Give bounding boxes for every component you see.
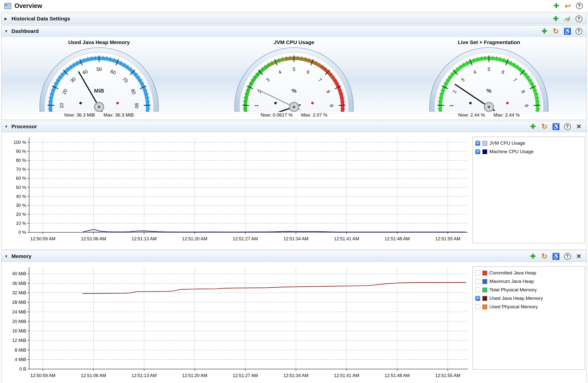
gauge-now-value: Now: 0.0617 % [261, 112, 293, 118]
help-button[interactable]: ? [563, 252, 572, 261]
series-color-swatch [482, 288, 487, 292]
svg-text:12:50:59 AM: 12:50:59 AM [30, 373, 56, 378]
legend-item[interactable]: ✓Machine CPU Usage [475, 147, 582, 156]
svg-text:12:51:13 AM: 12:51:13 AM [131, 236, 157, 241]
dashboard-section-title: Dashboard [11, 28, 39, 34]
overview-icon [4, 2, 11, 10]
close-icon[interactable]: × [574, 252, 584, 261]
historical-section-header[interactable]: ▶ Historical Data Settings ✚ ? [1, 13, 587, 24]
svg-text:50 %: 50 % [16, 185, 26, 190]
svg-text:40 %: 40 % [16, 194, 26, 199]
svg-text:90 %: 90 % [16, 149, 26, 154]
series-color-swatch [482, 149, 487, 154]
add-chart-button[interactable]: ✚ [552, 1, 561, 11]
chart-plot: 0 B4 MiB8 MiB12 MiB16 MiB20 MiB24 MiB28 … [3, 264, 471, 383]
collapse-triangle-icon[interactable]: ▼ [4, 29, 11, 33]
close-icon[interactable]: × [574, 122, 584, 131]
checked-checkbox-icon[interactable]: ✓ [475, 149, 480, 154]
accessibility-icon[interactable]: ♿ [563, 26, 572, 36]
gauge-readout: Now: 2.44 %Max: 2.44 % [458, 112, 520, 118]
svg-text:12:51:48 AM: 12:51:48 AM [385, 236, 410, 241]
collapse-triangle-icon[interactable]: ▼ [4, 125, 11, 128]
unchecked-checkbox-icon[interactable] [475, 270, 480, 275]
svg-text:12:51:06 AM: 12:51:06 AM [81, 373, 106, 378]
svg-text:5: 5 [293, 66, 295, 72]
gauge-readout: Now: 0.0617 %Max: 2.07 % [261, 112, 327, 118]
legend-item[interactable]: Total Physical Memory [475, 286, 582, 294]
svg-text:0 B: 0 B [19, 367, 26, 372]
memory-chart-area: 0 B4 MiB8 MiB12 MiB16 MiB20 MiB24 MiB28 … [1, 262, 587, 383]
processor-legend: ✓JVM CPU Usage✓Machine CPU Usage [472, 137, 585, 243]
unchecked-checkbox-icon[interactable] [475, 287, 480, 292]
svg-text:%: % [292, 88, 296, 94]
legend-label: JVM CPU Usage [489, 140, 525, 146]
add-gauge-button[interactable]: ✚ [540, 26, 549, 36]
gauge-max-value: Max: 2.07 % [301, 112, 328, 118]
svg-text:10 %: 10 % [16, 221, 26, 226]
processor-section-header[interactable]: ▼ Processor ✚ ↻ ♿ ? × [1, 121, 587, 132]
legend-item[interactable]: ✓Used Java Heap Memory [475, 294, 582, 303]
svg-text:20 MiB: 20 MiB [12, 319, 26, 324]
svg-text:40 MiB: 40 MiB [12, 271, 26, 276]
legend-item[interactable]: Used Physical Memory [475, 303, 582, 311]
legend-item[interactable]: Maximum Java Heap [475, 277, 582, 286]
gauge-title: JVM CPU Usage [274, 39, 314, 45]
checked-checkbox-icon[interactable]: ✓ [475, 296, 480, 301]
unchecked-checkbox-icon[interactable] [475, 304, 480, 309]
svg-text:70 %: 70 % [16, 167, 26, 172]
add-attribute-button[interactable]: ✚ [551, 14, 561, 23]
svg-text:80 %: 80 % [16, 158, 26, 163]
expand-triangle-icon[interactable]: ▶ [4, 17, 11, 21]
gauge-max-value: Max: 2.44 % [493, 112, 520, 118]
svg-text:0 %: 0 % [18, 230, 26, 235]
help-button[interactable]: ? [575, 1, 584, 11]
svg-text:12:51:55 AM: 12:51:55 AM [435, 373, 460, 378]
dashboard-section-header[interactable]: ▼ Dashboard ✚ ↻ ♿ ? [1, 26, 587, 37]
series-color-swatch [482, 296, 487, 301]
gauge-svg: 0102030405060708090100MiB [24, 45, 174, 112]
collapse-triangle-icon[interactable]: ▼ [4, 254, 11, 258]
svg-text:MiB: MiB [94, 88, 104, 94]
legend-item[interactable]: ✓JVM CPU Usage [475, 139, 582, 147]
series-color-swatch [482, 271, 487, 275]
svg-text:12:51:34 AM: 12:51:34 AM [283, 236, 308, 241]
cpu-gauge-dial: 012345678910% [219, 45, 369, 112]
reset-to-default-button[interactable]: ↩ [563, 1, 573, 11]
svg-text:12:50:59 AM: 12:50:59 AM [30, 236, 56, 241]
memory-section-header[interactable]: ▼ Memory ✚ ↻ ♿ ? × [1, 251, 587, 262]
chart-settings-icon[interactable] [563, 14, 572, 23]
legend-item[interactable]: Committed Java Heap [475, 269, 582, 277]
unchecked-checkbox-icon[interactable] [475, 279, 480, 284]
help-icon: ? [576, 28, 582, 35]
svg-text:4 MiB: 4 MiB [15, 357, 26, 362]
svg-text:12:51:41 AM: 12:51:41 AM [334, 236, 359, 241]
refresh-icon[interactable]: ↻ [540, 122, 549, 131]
accessibility-icon[interactable]: ♿ [551, 252, 561, 261]
processor-section: ▼ Processor ✚ ↻ ♿ ? × 0 %10 %20 %30 %40 … [1, 121, 587, 250]
help-button[interactable]: ? [574, 14, 584, 23]
accessibility-icon[interactable]: ♿ [551, 122, 561, 131]
help-button[interactable]: ? [574, 26, 584, 36]
add-attribute-button[interactable]: ✚ [528, 252, 538, 261]
legend-label: Total Physical Memory [489, 287, 537, 293]
svg-text:%: % [486, 88, 491, 94]
svg-text:50: 50 [96, 66, 102, 72]
legend-label: Maximum Java Heap [489, 279, 534, 284]
svg-text:12:51:48 AM: 12:51:48 AM [385, 373, 410, 378]
memory-section: ▼ Memory ✚ ↻ ♿ ? × 0 B4 MiB8 MiB12 MiB16… [1, 251, 587, 383]
help-icon: ? [576, 2, 583, 9]
refresh-icon[interactable]: ↻ [540, 252, 549, 261]
refresh-icon[interactable]: ↻ [551, 26, 561, 36]
legend-label: Used Physical Memory [489, 304, 538, 310]
help-button[interactable]: ? [563, 122, 572, 131]
series-color-swatch [482, 305, 487, 309]
checked-checkbox-icon[interactable]: ✓ [475, 141, 480, 146]
app-header: Overview ✚ ↩ ? [0, 0, 588, 12]
svg-text:1: 1 [254, 104, 259, 107]
heap-gauge-dial: 0102030405060708090100MiB [24, 45, 174, 112]
svg-text:60 %: 60 % [16, 176, 26, 181]
historical-section-title: Historical Data Settings [11, 16, 70, 22]
svg-text:12 MiB: 12 MiB [12, 338, 26, 343]
add-attribute-button[interactable]: ✚ [528, 122, 538, 131]
help-icon: ? [576, 15, 582, 22]
